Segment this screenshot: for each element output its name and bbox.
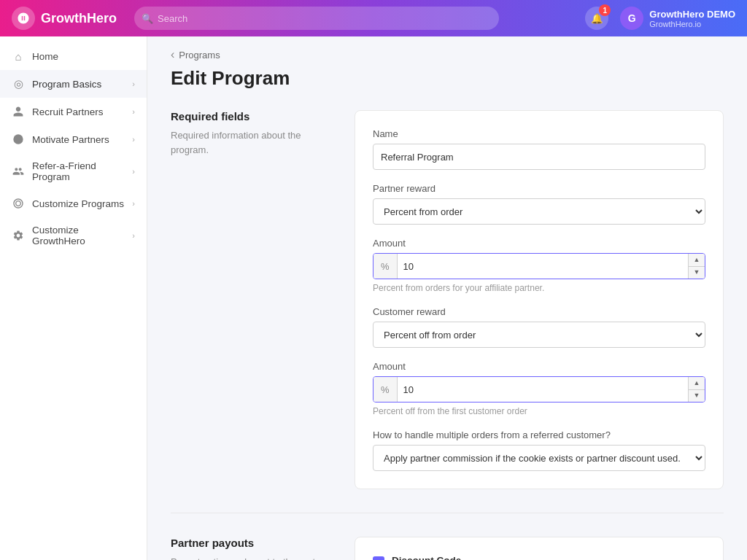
partner-amount-label: Amount	[373, 238, 705, 249]
partner-amount-group: Amount % ▲ ▼ Percent from orders for you…	[373, 238, 705, 293]
recruit-icon	[12, 105, 25, 118]
name-label: Name	[373, 128, 705, 139]
motivate-icon	[12, 133, 25, 146]
required-fields-label: Required fields Required information abo…	[171, 110, 331, 489]
sidebar-item-recruit-partners[interactable]: Recruit Partners ›	[0, 98, 147, 125]
customer-amount-field: % ▲ ▼	[373, 376, 705, 402]
discount-code-title: Discount Code	[392, 555, 705, 560]
sidebar-item-customize-programs[interactable]: Customize Programs ›	[0, 190, 147, 217]
customer-amount-down[interactable]: ▼	[689, 390, 705, 402]
sidebar-item-program-basics[interactable]: ◎ Program Basics ›	[0, 70, 147, 98]
partner-amount-field: % ▲ ▼	[373, 253, 705, 279]
breadcrumb-parent[interactable]: Programs	[179, 50, 220, 61]
partner-amount-down[interactable]: ▼	[689, 267, 705, 279]
app-name: GrowthHero	[41, 11, 117, 26]
required-fields-section: Required fields Required information abo…	[171, 110, 724, 489]
partner-reward-select[interactable]: Percent from order Fixed amount No rewar…	[373, 198, 705, 225]
page-title: Edit Program	[171, 67, 724, 90]
chevron-right-icon: ›	[132, 199, 135, 208]
search-container: 🔍	[134, 7, 499, 30]
customer-amount-label: Amount	[373, 361, 705, 372]
notification-button[interactable]: 🔔 1	[585, 7, 608, 30]
customer-amount-prefix: %	[374, 377, 398, 402]
partner-amount-prefix: %	[374, 254, 398, 279]
multiple-orders-select[interactable]: Apply partner commission if the cookie e…	[373, 445, 705, 471]
chevron-right-icon: ›	[132, 107, 135, 116]
discount-code-content: Discount Code When selected, members of …	[392, 555, 705, 560]
customer-amount-hint: Percent off from the first customer orde…	[373, 406, 705, 416]
user-details: GrowthHero DEMO GrowthHero.io	[649, 9, 735, 28]
program-basics-icon: ◎	[12, 77, 25, 90]
chevron-right-icon: ›	[132, 231, 135, 240]
chevron-right-icon: ›	[132, 167, 135, 176]
discount-code-checkbox[interactable]	[373, 556, 384, 560]
sidebar-label: Customize GrowthHero	[32, 225, 125, 246]
refer-icon	[12, 165, 25, 178]
sidebar: ⌂ Home ◎ Program Basics › Recruit Partne…	[0, 36, 147, 560]
payouts-description: Payout options relevant to the partner.	[171, 555, 331, 560]
home-icon: ⌂	[12, 50, 25, 63]
multiple-orders-group: How to handle multiple orders from a ref…	[373, 429, 705, 471]
partner-amount-input[interactable]	[398, 254, 688, 279]
sidebar-item-customize-growthhero[interactable]: Customize GrowthHero ›	[0, 217, 147, 254]
partner-reward-group: Partner reward Percent from order Fixed …	[373, 183, 705, 225]
partner-amount-hint: Percent from orders for your affiliate p…	[373, 283, 705, 293]
payouts-label: Partner payouts Payout options relevant …	[171, 537, 331, 560]
partner-payouts-section: Partner payouts Payout options relevant …	[171, 537, 724, 560]
partner-amount-spinners: ▲ ▼	[688, 254, 705, 279]
customize-gh-icon	[12, 229, 25, 242]
navbar-right: 🔔 1 G GrowthHero DEMO GrowthHero.io	[585, 7, 735, 30]
partner-amount-up[interactable]: ▲	[689, 254, 705, 267]
app-logo[interactable]: GrowthHero	[12, 7, 117, 30]
multiple-orders-label: How to handle multiple orders from a ref…	[373, 429, 705, 440]
section-description: Required information about the program.	[171, 128, 331, 157]
user-subdomain: GrowthHero.io	[649, 20, 735, 28]
user-menu[interactable]: G GrowthHero DEMO GrowthHero.io	[620, 7, 735, 30]
sidebar-label: Home	[32, 51, 135, 62]
search-icon: 🔍	[142, 13, 153, 24]
sidebar-label: Customize Programs	[32, 198, 125, 209]
customer-amount-group: Amount % ▲ ▼ Percent off from the first …	[373, 361, 705, 416]
chevron-right-icon: ›	[132, 79, 135, 88]
payouts-title: Partner payouts	[171, 537, 331, 549]
page-layout: ⌂ Home ◎ Program Basics › Recruit Partne…	[0, 36, 747, 560]
name-field-group: Name	[373, 128, 705, 170]
avatar: G	[620, 7, 643, 30]
breadcrumb-sep: ‹	[171, 48, 174, 61]
sidebar-label: Program Basics	[32, 79, 125, 90]
customer-reward-label: Customer reward	[373, 306, 705, 317]
user-name: GrowthHero DEMO	[649, 9, 735, 20]
search-input[interactable]	[134, 7, 499, 30]
top-navbar: GrowthHero 🔍 🔔 1 G GrowthHero DEMO Growt…	[0, 0, 747, 36]
name-input[interactable]	[373, 144, 705, 170]
customer-reward-select[interactable]: Percent off from order Fixed discount No…	[373, 322, 705, 348]
partner-reward-label: Partner reward	[373, 183, 705, 194]
breadcrumb: ‹ Programs	[171, 36, 724, 67]
payouts-card: Discount Code When selected, members of …	[355, 537, 724, 560]
customize-programs-icon	[12, 197, 25, 210]
discount-code-option: Discount Code When selected, members of …	[373, 555, 705, 560]
logo-icon	[12, 7, 35, 30]
customer-amount-input[interactable]	[398, 377, 688, 402]
customer-amount-up[interactable]: ▲	[689, 377, 705, 390]
sidebar-item-home[interactable]: ⌂ Home	[0, 42, 147, 70]
sidebar-item-refer-friend[interactable]: Refer-a-Friend Program ›	[0, 153, 147, 190]
sidebar-label: Motivate Partners	[32, 134, 125, 145]
sidebar-item-motivate-partners[interactable]: Motivate Partners ›	[0, 125, 147, 153]
required-fields-card: Name Partner reward Percent from order F…	[355, 110, 724, 489]
chevron-right-icon: ›	[132, 135, 135, 144]
sidebar-label: Recruit Partners	[32, 106, 125, 117]
section-title: Required fields	[171, 110, 331, 122]
main-content: ‹ Programs Edit Program Required fields …	[147, 36, 747, 560]
customer-amount-spinners: ▲ ▼	[688, 377, 705, 402]
sidebar-label: Refer-a-Friend Program	[32, 160, 125, 182]
section-divider	[171, 513, 724, 513]
customer-reward-group: Customer reward Percent off from order F…	[373, 306, 705, 348]
svg-point-0	[13, 134, 23, 144]
notification-badge: 1	[599, 4, 611, 16]
